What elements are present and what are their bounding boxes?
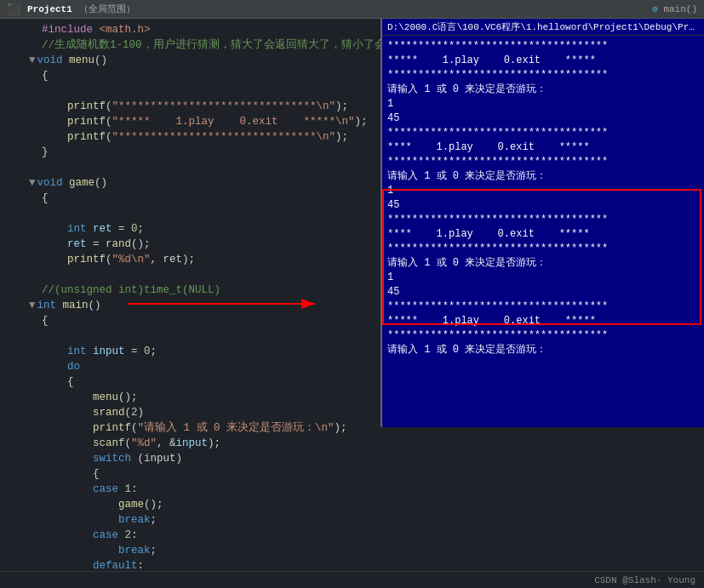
terminal-line: 请输入 1 或 0 来决定是否游玩： [387,169,699,184]
terminal-body: ************************************ ***… [382,36,704,361]
terminal-line: ************************************ [387,155,699,169]
watermark: CSDN @Slash· Young [594,575,695,585]
terminal-line: 1 [387,271,699,285]
code-line: { [0,466,704,482]
terminal-line: **** 1.play 0.exit ***** [387,227,699,242]
terminal-line: ************************************ [387,328,699,343]
terminal-line: ************************************ [387,68,699,83]
terminal-line: 45 [387,111,699,126]
terminal-line: 1 [387,184,699,198]
code-line: scanf("%d", &input); [0,436,704,451]
terminal-window: D:\2000.C语言\100.VC6程序\1.helloword\Projec… [381,19,704,427]
terminal-line: 1 [387,97,699,111]
terminal-line: **** 1.play 0.exit ***** [387,140,699,155]
func-name: ⊙ main() [652,3,697,14]
terminal-line: 请输入 1 或 0 来决定是否游玩： [387,83,699,97]
code-line: break; [0,543,704,558]
code-line: break; [0,512,704,528]
terminal-line: 45 [387,198,699,213]
code-line: case 1: [0,482,704,497]
terminal-line: ************************************ [387,242,699,256]
code-line: default: [0,558,704,571]
project-name: Project1 [27,4,72,14]
terminal-line: ************************************ [387,39,699,54]
terminal-line: 请输入 1 或 0 来决定是否游玩： [387,256,699,271]
code-line: game(); [0,497,704,512]
terminal-line: ***** 1.play 0.exit ***** [387,314,699,328]
terminal-line: ************************************ [387,213,699,227]
terminal-line: 请输入 1 或 0 来决定是否游玩： [387,343,699,357]
terminal-line: ************************************ [387,126,699,140]
scope-label: （全局范围） [79,3,135,15]
code-line: case 2: [0,528,704,543]
title-bar: ⬛ Project1 （全局范围） ⊙ main() [0,0,704,19]
title-bar-icon: ⬛ [7,3,20,16]
ide-container: ⬛ Project1 （全局范围） ⊙ main() #include <mat… [0,0,704,588]
code-line: switch (input) [0,451,704,466]
terminal-line: 45 [387,285,699,300]
terminal-line: ************************************ [387,300,699,314]
terminal-line: ***** 1.play 0.exit ***** [387,54,699,68]
code-area: #include <math.h> //生成随机数1-100，用户进行猜测，猜大… [0,19,704,571]
bottom-bar: CSDN @Slash· Young [0,571,704,588]
terminal-title: D:\2000.C语言\100.VC6程序\1.helloword\Projec… [382,19,704,36]
